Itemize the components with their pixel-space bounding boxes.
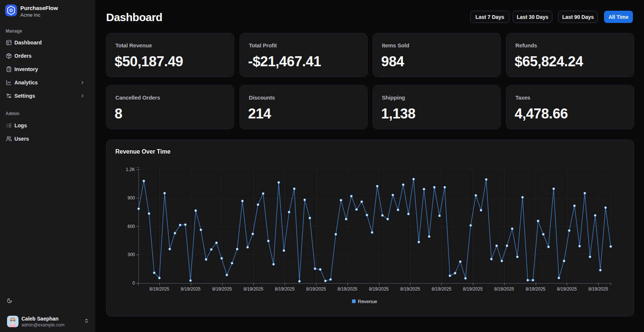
svg-text:600: 600	[128, 224, 135, 229]
svg-text:8/19/2025: 8/19/2025	[212, 286, 232, 292]
svg-text:1.2K: 1.2K	[126, 167, 135, 172]
svg-text:8/19/2025: 8/19/2025	[306, 286, 326, 292]
svg-text:8/19/2025: 8/19/2025	[526, 286, 546, 292]
svg-text:8/19/2025: 8/19/2025	[149, 286, 169, 292]
svg-text:8/19/2025: 8/19/2025	[494, 286, 514, 292]
svg-text:8/19/2025: 8/19/2025	[181, 286, 201, 292]
svg-text:300: 300	[128, 252, 135, 257]
svg-text:8/19/2025: 8/19/2025	[589, 286, 609, 292]
svg-text:0: 0	[132, 281, 135, 286]
svg-text:8/19/2025: 8/19/2025	[369, 286, 389, 292]
svg-text:8/19/2025: 8/19/2025	[400, 286, 420, 292]
svg-text:8/19/2025: 8/19/2025	[244, 286, 264, 292]
svg-text:Revenue: Revenue	[358, 299, 377, 304]
svg-text:8/19/2025: 8/19/2025	[338, 286, 357, 292]
svg-text:8/19/2025: 8/19/2025	[557, 286, 577, 292]
svg-text:900: 900	[128, 195, 135, 201]
svg-text:8/19/2025: 8/19/2025	[432, 286, 452, 292]
svg-text:8/19/2025: 8/19/2025	[275, 286, 295, 292]
svg-text:8/19/2025: 8/19/2025	[463, 286, 483, 292]
